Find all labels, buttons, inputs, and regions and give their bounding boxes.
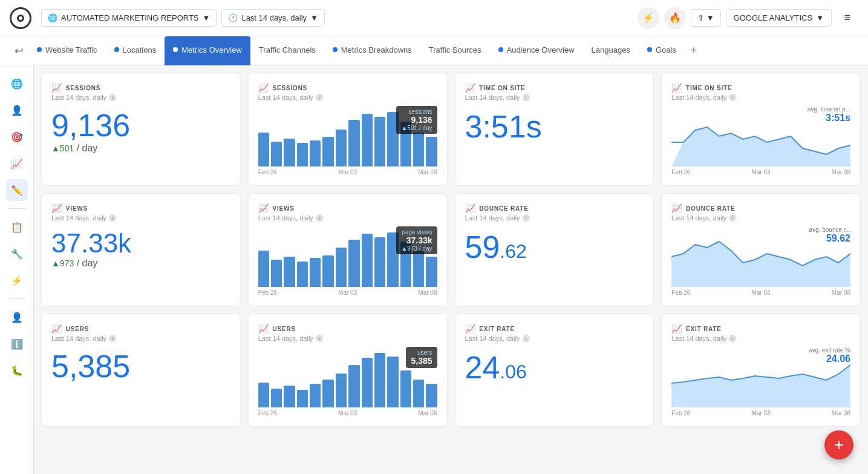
card-sessions-big: 📈 SESSIONS Last 14 days, daily i 9,136 ▲…: [41, 73, 241, 186]
sidebar-icon-clipboard[interactable]: 📋: [6, 216, 28, 238]
views-chart-labels: Feb 26Mar 03Mar 08: [258, 289, 437, 296]
sidebar-icon-user[interactable]: 👤: [6, 99, 28, 121]
info-icon-users-chart[interactable]: i: [316, 335, 323, 342]
nav-back-btn[interactable]: ↩: [10, 44, 28, 58]
info-icon-bounce-chart[interactable]: i: [729, 214, 736, 222]
sessions-tooltip-label: sessions: [401, 108, 432, 115]
card-views-big: 📈 VIEWS Last 14 days, daily i 37.33k ▲97…: [41, 193, 241, 306]
report-selector-chevron: ▼: [203, 13, 210, 22]
users-chart-tooltip: users 5,385: [406, 347, 437, 368]
sidebar-icon-lightning[interactable]: ⚡: [6, 269, 28, 291]
tab-label-metrics-overview: Metrics Overview: [181, 45, 242, 54]
sidebar-icon-edit[interactable]: ✏️: [6, 179, 28, 201]
card-label-sessions-big: 📈 SESSIONS: [51, 83, 230, 93]
card-exit-rate-chart: 📈 EXIT RATE Last 14 days, daily i avg. e…: [661, 314, 861, 427]
tab-audience-overview[interactable]: Audience Overview: [490, 36, 583, 65]
metrics-row-2: 📈 VIEWS Last 14 days, daily i 37.33k ▲97…: [41, 193, 861, 306]
sidebar-icon-target[interactable]: 🎯: [6, 126, 28, 148]
tab-traffic-sources[interactable]: Traffic Sources: [420, 36, 490, 65]
tab-dot-goals: [647, 47, 652, 52]
bar-segment: [336, 130, 347, 166]
fab-add-btn[interactable]: +: [824, 430, 853, 459]
info-icon-exit-big[interactable]: i: [523, 335, 530, 342]
share-icon: ⇧: [697, 13, 704, 22]
users-big-value: 5,385: [51, 349, 230, 384]
views-tooltip-label: page views: [401, 229, 432, 235]
main-content: 📈 SESSIONS Last 14 days, daily i 9,136 ▲…: [34, 65, 868, 474]
card-header-time-chart: 📈 TIME ON SITE Last 14 days, daily i: [671, 83, 850, 101]
info-icon-users-big[interactable]: i: [109, 335, 116, 342]
card-users-chart: 📈 USERS Last 14 days, daily i users 5,38…: [248, 314, 448, 427]
tab-dot-website-traffic: [37, 47, 42, 52]
bounce-tooltip-val: 59.62: [809, 233, 850, 244]
bar-segment: [310, 384, 321, 407]
share-btn[interactable]: ⇧ ▼: [691, 9, 721, 27]
views-tooltip-sub: ▲973 / day: [401, 245, 432, 252]
card-bounce-rate-big: 📈 BOUNCE RATE Last 14 days, daily i 59.6…: [455, 193, 654, 306]
card-sessions-chart: 📈 SESSIONS Last 14 days, daily i session…: [248, 73, 448, 186]
time-big-value: 3:51s: [465, 108, 644, 145]
info-icon-sessions-chart[interactable]: i: [316, 94, 323, 101]
fire-icon-btn[interactable]: 🔥: [664, 7, 686, 29]
tab-languages[interactable]: Languages: [583, 36, 639, 65]
info-icon-time-big[interactable]: i: [523, 94, 530, 101]
sidebar-icon-chart[interactable]: 📈: [6, 153, 28, 174]
exit-area-fill: [671, 365, 850, 407]
card-header-sessions-big: 📈 SESSIONS Last 14 days, daily i: [51, 83, 230, 101]
bar-segment: [374, 117, 385, 166]
tab-metrics-breakdowns[interactable]: Metrics Breakdowns: [324, 36, 420, 65]
bar-segment: [374, 237, 385, 287]
users-tooltip-main: 5,385: [411, 356, 432, 366]
tab-goals[interactable]: Goals: [639, 36, 685, 65]
date-selector[interactable]: 🕐 Last 14 days, daily ▼: [221, 9, 325, 27]
bar-segment: [413, 251, 424, 287]
info-icon-views-big[interactable]: i: [109, 214, 116, 222]
sidebar-icon-info[interactable]: ℹ️: [6, 333, 28, 355]
time-tooltip-label: avg. time on p...: [808, 106, 850, 113]
card-bounce-rate-chart: 📈 BOUNCE RATE Last 14 days, daily i avg.: [661, 193, 861, 306]
nav-tabs: ↩ Website Traffic Locations Metrics Over…: [0, 36, 868, 65]
bar-segment: [348, 120, 359, 166]
ga-selector[interactable]: GOOGLE ANALYTICS ▼: [726, 9, 832, 27]
card-label-sessions-chart: 📈 SESSIONS: [258, 83, 437, 93]
bar-segment: [387, 357, 398, 407]
sessions-big-trend: ▲501 / day: [51, 143, 230, 154]
tab-website-traffic[interactable]: Website Traffic: [28, 36, 106, 65]
users-tooltip-label: users: [411, 349, 432, 356]
report-selector[interactable]: 🌐 AUTOMATED MARKETING REPORTS ▼: [41, 9, 217, 27]
tab-metrics-overview[interactable]: Metrics Overview: [165, 36, 250, 65]
info-icon-exit-chart[interactable]: i: [729, 335, 736, 342]
add-tab-btn[interactable]: +: [685, 44, 703, 57]
bar-segment: [400, 370, 411, 407]
users-chart-labels: Feb 26Mar 03Mar 08: [258, 410, 437, 416]
card-label-bounce-chart: 📈 BOUNCE RATE: [671, 203, 850, 213]
tab-locations[interactable]: Locations: [106, 36, 165, 65]
info-icon-time-chart[interactable]: i: [729, 94, 736, 101]
sidebar-icon-tools[interactable]: 🔧: [6, 243, 28, 265]
info-icon-bounce-big[interactable]: i: [523, 214, 530, 222]
sidebar-icon-bug[interactable]: 🐛: [6, 360, 28, 381]
bar-segment: [362, 114, 373, 166]
card-sublabel-users-chart: Last 14 days, daily i: [258, 335, 437, 342]
bounce-big-value: 59.62: [465, 229, 644, 265]
info-icon-views-chart[interactable]: i: [316, 214, 323, 222]
card-label-exit-big: 📈 EXIT RATE: [465, 324, 644, 334]
bolt-icon-btn[interactable]: ⚡: [638, 7, 659, 29]
bar-segment: [297, 262, 308, 287]
card-label-time-chart: 📈 TIME ON SITE: [671, 83, 850, 93]
card-sublabel-exit-big: Last 14 days, daily i: [465, 335, 644, 342]
metric-icon-exit-big: 📈: [465, 324, 476, 334]
sidebar: 🌐 👤 🎯 📈 ✏️ 📋 🔧 ⚡ 👤 ℹ️ 🐛: [0, 65, 34, 474]
tab-label-languages: Languages: [592, 45, 630, 54]
tab-traffic-channels[interactable]: Traffic Channels: [250, 36, 324, 65]
info-icon-sessions-big[interactable]: i: [109, 94, 116, 101]
time-chart-labels: Feb 26Mar 03Mar 08: [671, 169, 850, 176]
card-exit-rate-big: 📈 EXIT RATE Last 14 days, daily i 24.06: [455, 314, 654, 427]
sidebar-icon-person[interactable]: 👤: [6, 306, 28, 328]
menu-btn[interactable]: ≡: [837, 7, 858, 29]
card-views-chart: 📈 VIEWS Last 14 days, daily i page views…: [248, 193, 448, 306]
sidebar-icon-globe[interactable]: 🌐: [6, 73, 28, 94]
metric-icon-bounce-big: 📈: [465, 203, 476, 213]
tab-label-metrics-breakdowns: Metrics Breakdowns: [341, 45, 412, 54]
bar-segment: [284, 386, 295, 407]
